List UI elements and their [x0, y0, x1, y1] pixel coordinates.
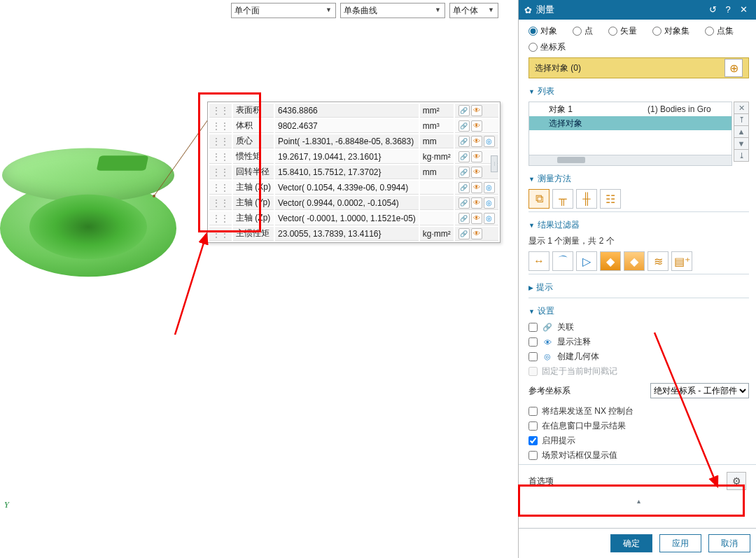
- eye-icon[interactable]: [471, 167, 482, 178]
- object-type-radios: 对象 点 矢量 对象集 点集 坐标系: [528, 25, 749, 53]
- target-icon[interactable]: [484, 182, 495, 193]
- eye-icon[interactable]: [471, 213, 482, 224]
- panel-resize-grip[interactable]: ▴: [528, 497, 749, 504]
- link-icon[interactable]: [458, 120, 470, 132]
- eye-icon[interactable]: [471, 197, 482, 209]
- list-item[interactable]: 选择对象: [529, 116, 732, 130]
- list-movedn-icon[interactable]: ▼: [734, 137, 749, 150]
- setting-show-info[interactable]: 在信息窗口中显示结果: [528, 420, 749, 432]
- radio-objectset[interactable]: 对象集: [652, 25, 690, 37]
- eye-icon[interactable]: [471, 151, 482, 162]
- link-icon[interactable]: [458, 197, 470, 209]
- gear-icon[interactable]: ✿: [524, 5, 532, 15]
- link-icon[interactable]: [458, 167, 470, 178]
- target-icon[interactable]: [484, 136, 495, 147]
- filter-angle-icon[interactable]: ▷: [576, 251, 597, 271]
- link-icon[interactable]: [458, 228, 470, 239]
- setting-show-annotation[interactable]: 👁 显示注释: [528, 336, 749, 348]
- measure-value: 19.2617, 19.0441, 23.1601}: [275, 150, 419, 164]
- link-icon[interactable]: [458, 213, 470, 224]
- measure-label: 主轴 (Zp): [233, 211, 274, 225]
- link-icon[interactable]: [458, 151, 470, 162]
- reset-icon[interactable]: ↺: [706, 3, 720, 17]
- row-actions: [455, 119, 498, 133]
- filter-body-dropdown[interactable]: 单个体: [449, 3, 498, 18]
- drag-handle-icon[interactable]: ⋮⋮: [209, 134, 232, 148]
- radio-coord[interactable]: 坐标系: [528, 41, 566, 53]
- drag-handle-icon[interactable]: ⋮⋮: [209, 150, 232, 164]
- drag-handle-icon[interactable]: ⋮⋮: [209, 211, 232, 225]
- filter-distance-icon[interactable]: ↔: [528, 251, 550, 271]
- drag-handle-icon[interactable]: ⋮⋮: [209, 119, 232, 133]
- ok-button[interactable]: 确定: [610, 534, 652, 552]
- select-object-bar[interactable]: 选择对象 (0) ⊕: [528, 57, 749, 78]
- target-icon[interactable]: [484, 213, 495, 224]
- eye-icon[interactable]: [471, 120, 482, 132]
- link-icon[interactable]: [458, 105, 470, 116]
- section-method[interactable]: 测量方法: [528, 173, 749, 185]
- filter-section-icon[interactable]: ≋: [648, 251, 668, 271]
- radio-pointset[interactable]: 点集: [705, 25, 734, 37]
- panel-footer: 确定 应用 取消: [519, 528, 756, 558]
- setting-send-nx[interactable]: 将结果发送至 NX 控制台: [528, 405, 749, 417]
- method-2-icon[interactable]: ╥: [552, 189, 573, 209]
- list-remove-icon[interactable]: ✕: [734, 102, 749, 114]
- drag-handle-icon[interactable]: ⋮⋮: [209, 227, 232, 241]
- target-icon[interactable]: [484, 197, 495, 209]
- eye-icon[interactable]: [471, 105, 482, 116]
- filter-more-icon[interactable]: ▤⁺: [671, 251, 692, 271]
- filter-curve-dropdown[interactable]: 单条曲线: [340, 3, 445, 18]
- drag-handle-icon[interactable]: ⋮⋮: [209, 196, 232, 210]
- table-row: ⋮⋮主轴 (Yp)Vector( 0.9944, 0.0002, -0.1054…: [209, 196, 498, 210]
- help-icon[interactable]: ?: [721, 3, 735, 17]
- eye-icon[interactable]: [471, 228, 482, 239]
- method-1-icon[interactable]: ⧉: [528, 189, 550, 209]
- cancel-button[interactable]: 取消: [708, 534, 750, 552]
- list-movebot-icon[interactable]: ⤓: [734, 149, 749, 162]
- method-3-icon[interactable]: ╫: [576, 189, 597, 209]
- list-side-buttons: ✕ ⤒ ▲ ▼ ⤓: [734, 102, 749, 161]
- radio-point[interactable]: 点: [573, 25, 593, 37]
- drag-handle-icon[interactable]: ⋮⋮: [209, 104, 232, 118]
- radio-object[interactable]: 对象: [528, 25, 557, 37]
- filter-arc-icon[interactable]: ⌒: [552, 251, 573, 271]
- filter-face-dropdown[interactable]: 单个面: [231, 3, 336, 18]
- object-list[interactable]: 对象 1 (1) Bodies in Gro 选择对象: [528, 102, 732, 166]
- list-hscrollbar[interactable]: [529, 155, 732, 165]
- setting-scene-only[interactable]: 场景对话框仅显示值: [528, 449, 749, 461]
- setting-associative[interactable]: 🔗 关联: [528, 321, 749, 333]
- measurement-table: ⋮⋮表面积6436.8866mm²⋮⋮体积9802.4637mm³⋮⋮质心Poi…: [207, 102, 500, 243]
- section-settings[interactable]: 设置: [528, 305, 749, 317]
- setting-ref-csys: 参考坐标系 绝对坐标系 - 工作部件: [528, 383, 749, 398]
- section-list[interactable]: 列表: [528, 85, 749, 97]
- section-hint[interactable]: 提示: [528, 281, 749, 293]
- apply-button[interactable]: 应用: [659, 534, 701, 552]
- measure-value: 23.0055, 13.7839, 13.4116}: [275, 227, 419, 241]
- graphics-viewport[interactable]: [0, 21, 210, 301]
- link-icon[interactable]: [458, 182, 470, 193]
- target-icon[interactable]: ⊕: [724, 59, 743, 77]
- ref-csys-dropdown[interactable]: 绝对坐标系 - 工作部件: [650, 383, 749, 398]
- list-movetop-icon[interactable]: ⤒: [734, 113, 749, 126]
- filter-solid2-icon[interactable]: ◆: [624, 251, 645, 271]
- radio-vector[interactable]: 矢量: [608, 25, 637, 37]
- drag-handle-icon[interactable]: ⋮⋮: [209, 181, 232, 195]
- close-icon[interactable]: ✕: [736, 3, 750, 17]
- setting-enable-hint[interactable]: 启用提示: [528, 435, 749, 447]
- measure-value: Vector( 0.1054, 4.339e-06, 0.9944): [275, 181, 419, 195]
- link-icon[interactable]: [458, 136, 470, 147]
- section-filter[interactable]: 结果过滤器: [528, 219, 749, 231]
- filter-curve-label: 单条曲线: [344, 5, 377, 17]
- list-item[interactable]: 对象 1 (1) Bodies in Gro: [529, 102, 732, 116]
- table-row: ⋮⋮表面积6436.8866mm²: [209, 104, 498, 118]
- filter-body-label: 单个体: [453, 5, 478, 17]
- table-expand-handle[interactable]: ···: [491, 155, 498, 172]
- drag-handle-icon[interactable]: ⋮⋮: [209, 165, 232, 179]
- method-4-icon[interactable]: ☷: [600, 189, 621, 209]
- list-moveup-icon[interactable]: ▲: [734, 125, 749, 138]
- preferences-button[interactable]: ⚙: [727, 472, 746, 490]
- setting-create-geometry[interactable]: ◎ 创建几何体: [528, 351, 749, 363]
- eye-icon[interactable]: [471, 182, 482, 193]
- eye-icon[interactable]: [471, 136, 482, 147]
- filter-solid-icon[interactable]: ◆: [600, 251, 621, 271]
